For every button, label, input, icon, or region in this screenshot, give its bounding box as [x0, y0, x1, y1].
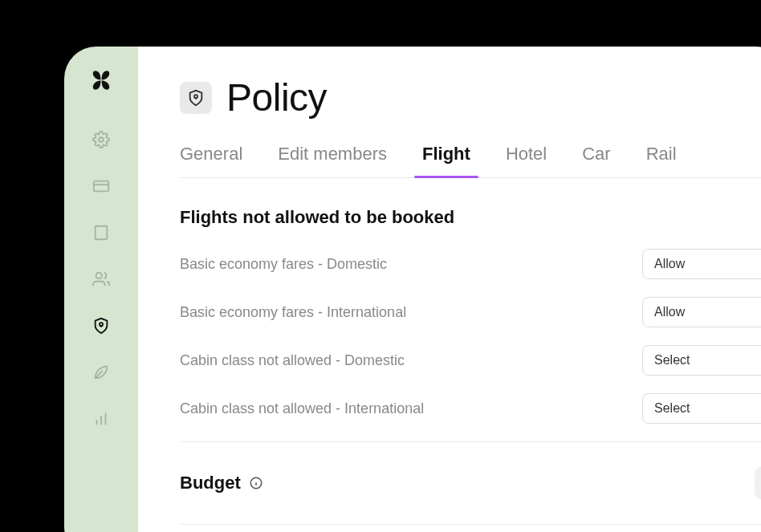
- budget-title-row: Budget: [180, 473, 263, 493]
- sidebar: [64, 47, 138, 532]
- field-label: Cabin class not allowed - International: [180, 400, 424, 417]
- field-row: Basic economy fares - International Allo…: [180, 297, 761, 327]
- field-row: Cabin class not allowed - Domestic Selec…: [180, 345, 761, 376]
- shield-icon[interactable]: [87, 311, 116, 340]
- field-row: Cabin class not allowed - International …: [180, 393, 761, 424]
- field-label: Cabin class not allowed - Domestic: [180, 352, 405, 369]
- select-cabin-class-international[interactable]: Select: [642, 393, 761, 424]
- budget-section: Budget S: [180, 442, 761, 500]
- select-basic-econ-domestic[interactable]: Allow: [642, 249, 761, 279]
- leaf-icon[interactable]: [87, 358, 116, 387]
- tab-flight[interactable]: Flight: [422, 144, 470, 177]
- policy-shield-icon: [180, 82, 212, 114]
- bar-chart-icon[interactable]: [87, 404, 116, 433]
- svg-rect-3: [96, 226, 108, 240]
- tab-general[interactable]: General: [180, 144, 242, 177]
- field-label: Basic economy fares - Domestic: [180, 256, 387, 273]
- svg-rect-1: [94, 181, 108, 192]
- field-row: Basic economy fares - Domestic Allow: [180, 249, 761, 279]
- budget-title: Budget: [180, 473, 241, 493]
- flight-restrictions-section: Flights not allowed to be booked Basic e…: [180, 178, 761, 525]
- select-cabin-class-domestic[interactable]: Select: [642, 345, 761, 376]
- select-basic-econ-international[interactable]: Allow: [642, 297, 761, 327]
- credit-card-icon[interactable]: [87, 172, 116, 201]
- tab-bar: General Edit members Flight Hotel Car Ra…: [180, 144, 761, 178]
- svg-point-14: [100, 323, 103, 326]
- main-content: Policy General Edit members Flight Hotel…: [138, 47, 761, 532]
- tab-rail[interactable]: Rail: [646, 144, 677, 177]
- svg-point-19: [194, 95, 197, 98]
- app-window: Policy General Edit members Flight Hotel…: [64, 47, 761, 532]
- gear-icon[interactable]: [87, 125, 116, 154]
- budget-action-button[interactable]: S: [755, 466, 761, 500]
- users-icon[interactable]: [87, 265, 116, 294]
- select-value: Allow: [654, 305, 685, 319]
- tab-car[interactable]: Car: [582, 144, 610, 177]
- page-title: Policy: [226, 75, 327, 120]
- tab-edit-members[interactable]: Edit members: [278, 144, 387, 177]
- select-value: Select: [654, 353, 690, 368]
- svg-point-13: [96, 273, 102, 278]
- info-icon[interactable]: [249, 476, 263, 490]
- tab-hotel[interactable]: Hotel: [506, 144, 547, 177]
- building-icon[interactable]: [87, 218, 116, 247]
- page-header: Policy: [180, 75, 761, 120]
- select-value: Select: [654, 401, 690, 416]
- app-logo: [90, 69, 112, 91]
- divider: [180, 524, 761, 525]
- field-label: Basic economy fares - International: [180, 304, 406, 321]
- svg-point-0: [99, 137, 104, 142]
- section-title: Flights not allowed to be booked: [180, 207, 761, 228]
- select-value: Allow: [654, 257, 685, 271]
